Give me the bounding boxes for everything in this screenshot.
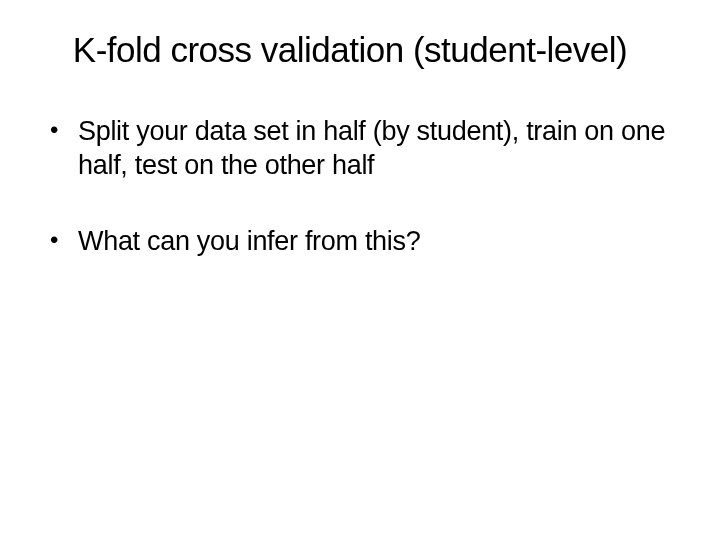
bullet-item: What can you infer from this? <box>50 225 670 259</box>
bullet-item: Split your data set in half (by student)… <box>50 115 670 183</box>
slide-title: K-fold cross validation (student-level) <box>30 30 670 70</box>
bullet-list: Split your data set in half (by student)… <box>30 115 670 258</box>
